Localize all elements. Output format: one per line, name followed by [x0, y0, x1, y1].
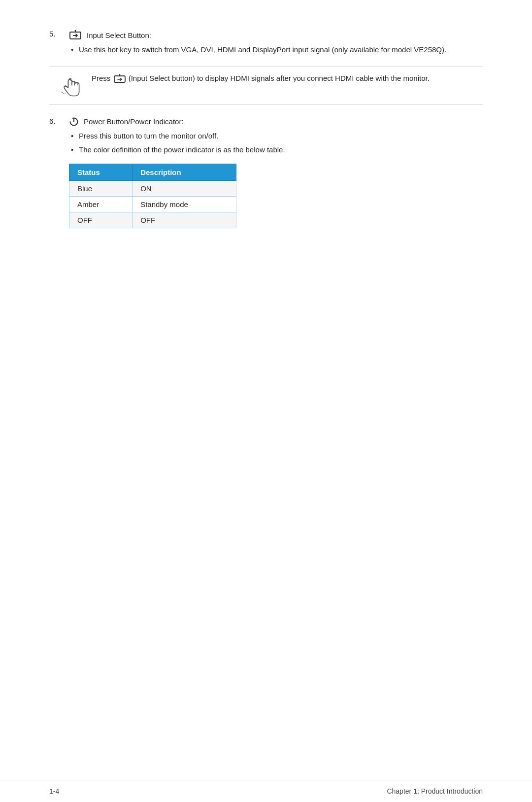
col-header-description: Description — [133, 164, 236, 180]
input-select-icon — [69, 30, 82, 40]
notice-text: Press (Input Select button) to display H… — [92, 73, 430, 84]
notice-inline-icon — [114, 74, 126, 84]
bullet-item-6-1: Press this button to turn the monitor on… — [69, 131, 483, 142]
notice-press-suffix: (Input Select button) to display HDMI si… — [129, 74, 430, 82]
description-cell-3: OFF — [133, 212, 236, 228]
svg-point-3 — [119, 74, 120, 75]
bullet-item-6-2: The color definition of the power indica… — [69, 144, 483, 156]
item-number-5: 5. — [49, 30, 69, 38]
table-row: Amber Standby mode — [69, 196, 236, 212]
table-row: OFF OFF — [69, 212, 236, 228]
power-indicator-table: Status Description Blue ON Amber S — [69, 164, 236, 228]
footer-page-number: 1-4 — [49, 787, 59, 795]
section-6: 6. Power Button/Power Indicator: Press t… — [49, 117, 483, 228]
description-cell-2: Standby mode — [133, 196, 236, 212]
table-row: Blue ON — [69, 180, 236, 196]
section-5: 5. Input Select Button: Use — [49, 30, 483, 105]
footer-bar: 1-4 Chapter 1: Product Introduction — [0, 780, 532, 802]
notice-box: Press (Input Select button) to display H… — [49, 67, 483, 105]
power-icon — [69, 117, 79, 127]
footer-chapter: Chapter 1: Product Introduction — [387, 787, 483, 795]
status-cell-3: OFF — [69, 212, 133, 228]
item-title-5: Input Select Button: — [69, 30, 483, 40]
item-content-5: Input Select Button: Use this hot key to… — [69, 30, 483, 59]
page-container: 5. Input Select Button: Use — [0, 0, 532, 802]
status-cell-1: Blue — [69, 180, 133, 196]
power-table-wrapper: Status Description Blue ON Amber S — [69, 164, 483, 228]
item-title-6: Power Button/Power Indicator: — [69, 117, 483, 127]
col-header-status: Status — [69, 164, 133, 180]
notice-press-prefix: Press — [92, 74, 113, 82]
description-cell-1: ON — [133, 180, 236, 196]
bullet-list-6: Press this button to turn the monitor on… — [69, 131, 483, 156]
numbered-item-5: 5. Input Select Button: Use — [49, 30, 483, 59]
numbered-item-6: 6. Power Button/Power Indicator: Press t… — [49, 117, 483, 228]
svg-point-1 — [75, 30, 76, 32]
bullet-item-5-1: Use this hot key to switch from VGA, DVI… — [69, 44, 483, 56]
item-title-6-text: Power Button/Power Indicator: — [84, 117, 184, 126]
item-number-6: 6. — [49, 117, 69, 125]
table-header-row: Status Description — [69, 164, 236, 180]
item-title-5-text: Input Select Button: — [87, 31, 151, 39]
hand-icon — [59, 73, 83, 99]
item-content-6: Power Button/Power Indicator: Press this… — [69, 117, 483, 228]
status-cell-2: Amber — [69, 196, 133, 212]
bullet-list-5: Use this hot key to switch from VGA, DVI… — [69, 44, 483, 56]
